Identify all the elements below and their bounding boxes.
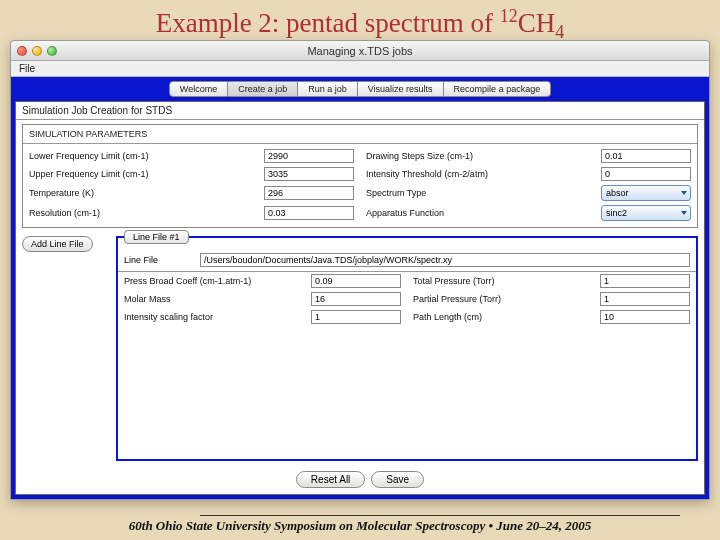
footer-rule (200, 515, 680, 516)
label-press-broad-coeff: Press Broad Coeff (cm-1.atm-1) (124, 276, 311, 286)
input-molar-mass[interactable] (311, 292, 401, 306)
label-lower-freq: Lower Frequency Limit (cm-1) (29, 151, 264, 161)
input-intensity-scaling[interactable] (311, 310, 401, 324)
tab-create-job[interactable]: Create a job (228, 81, 298, 97)
reset-button[interactable]: Reset All (296, 471, 365, 488)
row-upper-freq: Upper Frequency Limit (cm-1) (23, 165, 360, 183)
input-step-size[interactable] (601, 149, 691, 163)
input-temperature[interactable] (264, 186, 354, 200)
select-spectrum-type[interactable]: absor (601, 185, 691, 201)
row-temperature: Temperature (K) (23, 183, 360, 203)
label-resolution: Resolution (cm-1) (29, 208, 264, 218)
panel-heading: Simulation Job Creation for STDS (16, 102, 704, 120)
titlebar: Managing x.TDS jobs (11, 41, 709, 61)
row-total-pressure: Total Pressure (Torr) (407, 272, 696, 290)
row-partial-pressure: Partial Pressure (Torr) (407, 290, 696, 308)
row-resolution: Resolution (cm-1) (23, 203, 360, 223)
label-spectrum-type: Spectrum Type (366, 188, 601, 198)
label-step-size: Drawing Steps Size (cm-1) (366, 151, 601, 161)
input-line-file-path[interactable] (200, 253, 690, 267)
input-press-broad-coeff[interactable] (311, 274, 401, 288)
line-file-sidebar: Add Line File (22, 236, 112, 461)
input-upper-freq[interactable] (264, 167, 354, 181)
input-path-length[interactable] (600, 310, 690, 324)
row-apparatus-function: Apparatus Function sinc2 (360, 203, 697, 223)
input-intensity-threshold[interactable] (601, 167, 691, 181)
input-lower-freq[interactable] (264, 149, 354, 163)
action-buttons: Reset All Save (16, 465, 704, 494)
input-total-pressure[interactable] (600, 274, 690, 288)
add-line-file-button[interactable]: Add Line File (22, 236, 93, 252)
menubar: File (11, 61, 709, 77)
row-molar-mass: Molar Mass (118, 290, 407, 308)
row-path-length: Path Length (cm) (407, 308, 696, 326)
slide-title: Example 2: pentad spectrum of 12CH4 (0, 0, 720, 45)
row-press-broad-coeff: Press Broad Coeff (cm-1.atm-1) (118, 272, 407, 290)
label-intensity-threshold: Intensity Threshold (cm-2/atm) (366, 169, 601, 179)
tab-line-file-1[interactable]: Line File #1 (124, 230, 189, 244)
main-panel: Simulation Job Creation for STDS SIMULAT… (15, 101, 705, 495)
label-temperature: Temperature (K) (29, 188, 264, 198)
input-resolution[interactable] (264, 206, 354, 220)
content-area: Welcome Create a job Run a job Visualize… (11, 77, 709, 499)
row-lower-freq: Lower Frequency Limit (cm-1) (23, 147, 360, 165)
simulation-params-group: SIMULATION PARAMETERS Lower Frequency Li… (22, 124, 698, 228)
row-step-size: Drawing Steps Size (cm-1) (360, 147, 697, 165)
row-spectrum-type: Spectrum Type absor (360, 183, 697, 203)
select-line-file-type[interactable]: Line File (124, 255, 194, 265)
group-heading: SIMULATION PARAMETERS (23, 127, 697, 144)
tab-welcome[interactable]: Welcome (169, 81, 228, 97)
line-file-panel: Line File #1 Line File Press Broad Coeff… (116, 236, 698, 461)
select-apparatus-function[interactable]: sinc2 (601, 205, 691, 221)
label-molar-mass: Molar Mass (124, 294, 311, 304)
row-intensity-threshold: Intensity Threshold (cm-2/atm) (360, 165, 697, 183)
tab-visualize[interactable]: Visualize results (358, 81, 444, 97)
input-partial-pressure[interactable] (600, 292, 690, 306)
app-window: Managing x.TDS jobs File Welcome Create … (10, 40, 710, 500)
label-intensity-scaling: Intensity scaling factor (124, 312, 311, 322)
label-partial-pressure: Partial Pressure (Torr) (413, 294, 600, 304)
row-intensity-scaling: Intensity scaling factor (118, 308, 407, 326)
label-upper-freq: Upper Frequency Limit (cm-1) (29, 169, 264, 179)
slide-footer: 60th Ohio State University Symposium on … (0, 518, 720, 534)
tab-run-job[interactable]: Run a job (298, 81, 358, 97)
tabbar: Welcome Create a job Run a job Visualize… (15, 81, 705, 97)
menu-file[interactable]: File (19, 63, 35, 74)
label-apparatus-function: Apparatus Function (366, 208, 601, 218)
label-total-pressure: Total Pressure (Torr) (413, 276, 600, 286)
window-title: Managing x.TDS jobs (11, 45, 709, 57)
save-button[interactable]: Save (371, 471, 424, 488)
tab-recompile[interactable]: Recompile a package (444, 81, 552, 97)
label-path-length: Path Length (cm) (413, 312, 600, 322)
